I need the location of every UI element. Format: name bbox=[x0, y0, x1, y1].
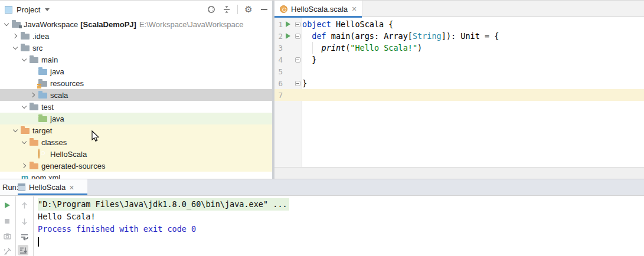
chevron-down-icon[interactable] bbox=[11, 126, 20, 135]
code-line: 5 bbox=[274, 65, 644, 77]
close-icon[interactable]: × bbox=[69, 183, 74, 192]
chevron-down-icon[interactable] bbox=[45, 8, 50, 11]
camera-icon[interactable] bbox=[2, 231, 12, 241]
tree-item-test-java[interactable]: java bbox=[0, 113, 272, 124]
console-system-line: Process finished with exit code 0 bbox=[38, 223, 644, 235]
tree-item-idea[interactable]: .idea bbox=[0, 30, 272, 42]
excluded-folder-icon bbox=[20, 126, 31, 135]
ide-window: Project ⚙ JavaWorkspace [Sc bbox=[0, 0, 644, 256]
gear-icon[interactable]: ⚙ bbox=[244, 5, 253, 14]
tree-item-helloscala-class[interactable]: HelloScala bbox=[0, 148, 272, 160]
project-tree: JavaWorkspace [ScalaDemoPJ] E:\Workspace… bbox=[0, 18, 272, 179]
separator bbox=[15, 196, 16, 256]
folder-icon bbox=[20, 31, 31, 41]
separator bbox=[33, 196, 34, 256]
maven-icon: m bbox=[20, 173, 30, 179]
code-line: 3 print("Hello Scala!") bbox=[274, 42, 644, 54]
excluded-folder-icon bbox=[29, 161, 40, 170]
console-icon bbox=[18, 183, 25, 191]
rerun-button[interactable] bbox=[2, 200, 12, 211]
run-console-area: "D:\Program Files\Java\jdk1.8.0_60\bin\j… bbox=[0, 196, 644, 256]
code-line: 4 } bbox=[274, 54, 644, 65]
tree-item-scala[interactable]: scala bbox=[0, 89, 272, 101]
tree-item-javaworkspace[interactable]: JavaWorkspace [ScalaDemoPJ] E:\Workspace… bbox=[0, 18, 272, 30]
tree-item-main[interactable]: main bbox=[0, 54, 272, 65]
excluded-folder-icon bbox=[29, 137, 40, 147]
fold-toggle[interactable] bbox=[293, 81, 302, 86]
scala-object-icon bbox=[280, 5, 287, 13]
test-source-folder-icon bbox=[38, 114, 48, 123]
code-line: 1 object HelloScala { bbox=[274, 18, 644, 30]
folder-icon bbox=[20, 43, 31, 52]
chevron-right-icon[interactable] bbox=[28, 90, 38, 100]
run-label: Run: bbox=[2, 183, 18, 192]
code-line: 6 } bbox=[274, 77, 644, 89]
code-editor[interactable]: 1 object HelloScala { 2 def main(args: A… bbox=[274, 18, 644, 167]
down-arrow-icon[interactable] bbox=[19, 216, 30, 227]
editor-tab-bar: HelloScala.scala × bbox=[274, 1, 644, 17]
fold-toggle[interactable] bbox=[293, 57, 302, 63]
console-stdout-line: Hello Scala! bbox=[38, 211, 644, 223]
chevron-down-icon[interactable] bbox=[19, 102, 29, 111]
source-folder-icon bbox=[38, 90, 48, 100]
code-line: 2 def main(args: Array[String]): Unit = … bbox=[274, 30, 644, 42]
editor-bottom-scrollbar[interactable] bbox=[274, 167, 644, 179]
text-cursor bbox=[38, 237, 39, 247]
tree-item-src[interactable]: src bbox=[0, 42, 272, 54]
fold-toggle[interactable] bbox=[293, 22, 302, 27]
chevron-down-icon[interactable] bbox=[19, 137, 29, 147]
tree-item-generated-sources[interactable]: generated-sources bbox=[0, 160, 272, 172]
soft-wrap-icon[interactable] bbox=[19, 231, 30, 242]
run-tool-window: Run: HelloScala × bbox=[0, 179, 644, 256]
console-output[interactable]: "D:\Program Files\Java\jdk1.8.0_60\bin\j… bbox=[38, 198, 644, 235]
editor-pane: HelloScala.scala × 1 object HelloScala {… bbox=[274, 1, 644, 179]
chevron-right-icon[interactable] bbox=[19, 161, 29, 170]
project-header: Project ⚙ bbox=[0, 1, 272, 18]
resources-folder-icon bbox=[38, 78, 48, 88]
close-icon[interactable]: × bbox=[352, 5, 357, 13]
run-arrow-icon bbox=[286, 21, 290, 27]
chevron-down-icon[interactable] bbox=[11, 43, 20, 52]
up-arrow-icon[interactable] bbox=[19, 200, 30, 211]
project-title[interactable]: Project bbox=[17, 5, 40, 14]
chevron-down-icon[interactable] bbox=[19, 55, 29, 64]
source-folder-icon bbox=[38, 67, 48, 76]
broom-icon[interactable] bbox=[2, 246, 12, 256]
project-window-icon bbox=[5, 6, 12, 14]
tree-item-pom-xml[interactable]: m pom.xml bbox=[0, 172, 272, 179]
tree-item-target[interactable]: target bbox=[0, 124, 272, 136]
locate-file-button[interactable] bbox=[207, 5, 216, 14]
scala-object-icon bbox=[38, 149, 48, 159]
stop-button[interactable] bbox=[2, 216, 12, 227]
folder-icon bbox=[29, 55, 40, 64]
run-tab-helloscala[interactable]: HelloScala × bbox=[18, 179, 74, 195]
run-line-button[interactable] bbox=[283, 33, 293, 39]
folder-icon bbox=[29, 102, 40, 111]
hide-panel-button[interactable] bbox=[259, 5, 269, 14]
mouse-cursor bbox=[91, 130, 100, 143]
collapse-all-button[interactable] bbox=[222, 5, 231, 14]
tree-item-main-java[interactable]: java bbox=[0, 65, 272, 77]
editor-tab-helloscala[interactable]: HelloScala.scala × bbox=[274, 1, 362, 17]
run-line-button[interactable] bbox=[283, 21, 293, 27]
chevron-right-icon[interactable] bbox=[11, 31, 20, 41]
tree-item-classes[interactable]: classes bbox=[0, 136, 272, 148]
run-header: Run: HelloScala × bbox=[0, 179, 644, 196]
project-tool-window: Project ⚙ JavaWorkspace [Sc bbox=[0, 1, 272, 179]
code-line: 7 bbox=[274, 89, 644, 101]
separator bbox=[237, 5, 238, 14]
tree-item-test[interactable]: test bbox=[0, 101, 272, 113]
project-root-folder-icon bbox=[11, 19, 22, 29]
console-command-line: "D:\Program Files\Java\jdk1.8.0_60\bin\j… bbox=[38, 198, 644, 211]
chevron-down-icon[interactable] bbox=[2, 19, 11, 29]
fold-toggle[interactable] bbox=[293, 34, 302, 39]
tree-item-resources[interactable]: resources bbox=[0, 77, 272, 89]
scroll-to-end-icon[interactable] bbox=[18, 245, 28, 255]
run-arrow-icon bbox=[286, 33, 290, 39]
